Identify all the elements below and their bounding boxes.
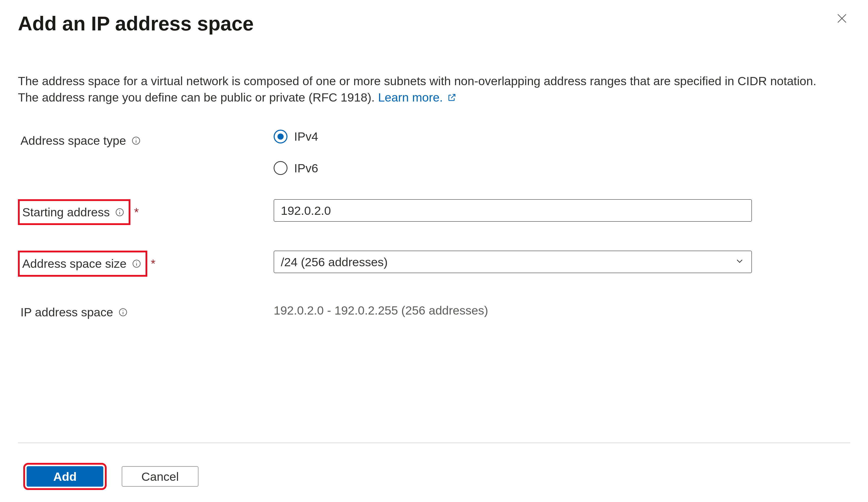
field-starting-address: Starting address * [18, 199, 835, 225]
field-ip-address-space: IP address space 192.0.2.0 - 192.0.2.255… [18, 302, 835, 322]
description-text: The address space for a virtual network … [18, 73, 836, 106]
address-space-size-value: /24 (256 addresses) [281, 254, 388, 270]
starting-address-label: Starting address [22, 204, 110, 220]
add-button[interactable]: Add [27, 466, 103, 487]
field-address-space-type: Address space type [18, 126, 835, 176]
svg-point-13 [123, 310, 124, 311]
learn-more-label: Learn more. [378, 91, 443, 104]
field-address-space-size: Address space size * /24 (256 addresses) [18, 251, 835, 276]
address-space-type-radio-group: IPv4 IPv6 [273, 126, 752, 176]
cancel-button[interactable]: Cancel [122, 466, 198, 487]
starting-address-input[interactable] [273, 199, 752, 222]
address-space-type-label: Address space type [20, 133, 126, 149]
radio-unselected-icon [273, 161, 288, 175]
radio-ipv6[interactable]: IPv6 [273, 160, 752, 176]
ip-address-space-value: 192.0.2.0 - 192.0.2.255 (256 addresses) [273, 302, 752, 318]
close-button[interactable] [834, 10, 850, 27]
external-link-icon [447, 90, 456, 106]
starting-address-highlight: Starting address [18, 199, 131, 225]
info-icon[interactable] [132, 259, 142, 269]
radio-ipv4[interactable]: IPv4 [273, 128, 752, 145]
panel-title: Add an IP address space [18, 10, 254, 37]
info-icon[interactable] [131, 136, 141, 146]
learn-more-link[interactable]: Learn more. [378, 91, 456, 104]
chevron-down-icon [734, 254, 745, 270]
address-space-size-highlight: Address space size [18, 251, 147, 276]
svg-point-10 [136, 262, 137, 262]
info-icon[interactable] [115, 207, 125, 217]
footer-divider [18, 442, 850, 443]
info-icon[interactable] [118, 307, 128, 317]
svg-point-4 [136, 138, 136, 139]
ip-address-space-label: IP address space [20, 304, 113, 320]
radio-selected-icon [273, 130, 288, 144]
svg-point-7 [120, 210, 120, 211]
required-marker: * [134, 204, 138, 220]
footer: Add Cancel [18, 442, 850, 487]
required-marker: * [151, 255, 155, 272]
radio-ipv4-label: IPv4 [294, 128, 318, 145]
address-space-size-dropdown[interactable]: /24 (256 addresses) [273, 251, 752, 273]
panel-header: Add an IP address space [18, 10, 850, 73]
address-space-size-label: Address space size [22, 255, 127, 272]
radio-ipv6-label: IPv6 [294, 160, 318, 176]
close-icon [836, 12, 848, 24]
